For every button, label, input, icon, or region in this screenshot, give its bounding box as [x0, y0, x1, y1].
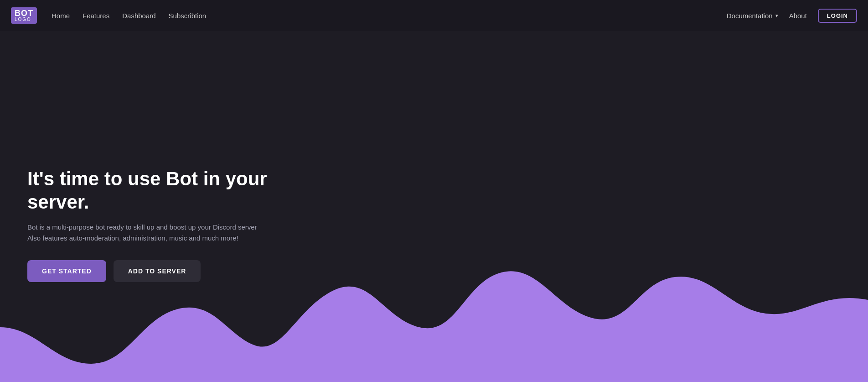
get-started-button[interactable]: GET STARTED [27, 260, 106, 282]
documentation-dropdown[interactable]: Documentation ▾ [727, 12, 778, 20]
nav-left: BOT LOGO Home Features Dashboard Subscri… [11, 7, 206, 24]
hero-subtitle-line2: Also features auto-moderation, administr… [27, 234, 238, 242]
hero-subtitle: Bot is a multi-purpose bot ready to skil… [27, 222, 301, 244]
navbar: BOT LOGO Home Features Dashboard Subscri… [0, 0, 868, 31]
nav-link-subscription[interactable]: Subscribtion [169, 12, 207, 20]
nav-link-home[interactable]: Home [52, 12, 70, 20]
nav-right: Documentation ▾ About LOGIN [727, 9, 857, 23]
hero-section: It's time to use Bot in your server. Bot… [0, 31, 868, 382]
nav-links: Home Features Dashboard Subscribtion [52, 12, 206, 20]
about-link[interactable]: About [789, 12, 807, 20]
add-to-server-button[interactable]: ADD TO SERVER [114, 260, 201, 282]
logo-top: BOT [15, 9, 33, 17]
hero-content: It's time to use Bot in your server. Bot… [27, 167, 301, 282]
hero-title: It's time to use Bot in your server. [27, 167, 301, 214]
chevron-down-icon: ▾ [775, 13, 778, 19]
logo[interactable]: BOT LOGO [11, 7, 37, 24]
nav-link-features[interactable]: Features [83, 12, 109, 20]
documentation-label: Documentation [727, 12, 773, 20]
login-button[interactable]: LOGIN [818, 9, 857, 23]
hero-buttons: GET STARTED ADD TO SERVER [27, 260, 301, 282]
logo-bottom: LOGO [15, 17, 31, 22]
hero-subtitle-line1: Bot is a multi-purpose bot ready to skil… [27, 223, 257, 231]
nav-link-dashboard[interactable]: Dashboard [122, 12, 155, 20]
